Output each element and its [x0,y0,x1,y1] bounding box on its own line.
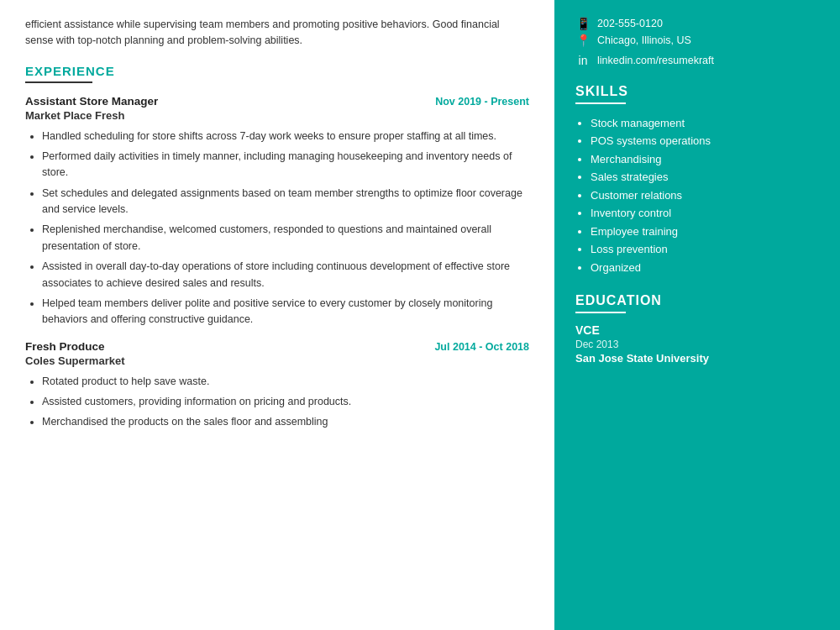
job-block-2: Fresh Produce Jul 2014 - Oct 2018 Coles … [25,340,529,431]
edu-school: San Jose State University [575,352,819,365]
linkedin-text: linkedin.com/resumekraft [597,55,714,66]
skill-4: Sales strategies [591,168,819,186]
skills-list: Stock management POS systems operations … [575,114,819,276]
location-icon: 📍 [575,34,591,47]
skills-divider [575,102,626,104]
experience-divider [25,81,92,83]
skill-5: Customer relations [591,186,819,204]
bullet-1-5: Assisted in overall day-to-day operation… [42,259,529,291]
contact-phone: 📱 202-555-0120 [575,17,819,30]
summary-text: efficient assistance while supervising t… [25,17,529,49]
skill-9: Organized [591,259,819,276]
bullet-1-3: Set schedules and delegated assignments … [42,186,529,218]
job-company-1: Market Place Fresh [25,109,529,122]
skill-6: Inventory control [591,204,819,222]
bullet-1-1: Handled scheduling for store shifts acro… [42,129,529,144]
education-section-title: EDUCATION [575,293,819,308]
bullet-2-2: Assisted customers, providing informatio… [42,394,529,410]
bullet-1-6: Helped team members deliver polite and p… [42,296,529,328]
skill-1: Stock management [591,114,819,132]
bullet-1-4: Replenished merchandise, welcomed custom… [42,222,529,255]
phone-icon: 📱 [575,17,591,30]
location-text: Chicago, Illinois, US [597,34,691,46]
experience-section-title: EXPERIENCE [25,64,529,78]
phone-text: 202-555-0120 [597,18,663,29]
job-title-2: Fresh Produce [25,340,105,353]
education-divider [575,312,626,313]
job-header-1: Assistant Store Manager Nov 2019 - Prese… [25,95,529,108]
left-panel: efficient assistance while supervising t… [0,0,554,630]
bullet-1-2: Performed daily activities in timely man… [42,149,529,181]
job-header-2: Fresh Produce Jul 2014 - Oct 2018 [25,340,529,353]
skill-2: POS systems operations [591,132,819,150]
job-block-1: Assistant Store Manager Nov 2019 - Prese… [25,95,529,328]
skills-section-title: SKILLS [575,84,819,99]
skill-3: Merchandising [591,150,819,168]
contact-location: 📍 Chicago, Illinois, US [575,34,819,47]
bullet-2-1: Rotated product to help save waste. [42,374,529,390]
edu-date: Dec 2013 [575,339,819,350]
job-bullets-2: Rotated product to help save waste. Assi… [25,374,529,431]
bullet-2-3: Merchandised the products on the sales f… [42,414,529,430]
edu-degree: VCE [575,323,819,337]
skill-8: Loss prevention [591,240,819,258]
right-panel: 📱 202-555-0120 📍 Chicago, Illinois, US i… [554,0,840,630]
skill-7: Employee training [591,223,819,240]
linkedin-icon: in [575,54,591,67]
job-title-1: Assistant Store Manager [25,95,158,108]
job-bullets-1: Handled scheduling for store shifts acro… [25,129,529,328]
job-company-2: Coles Supermarket [25,354,529,367]
contact-linkedin: in linkedin.com/resumekraft [575,54,819,67]
job-date-1: Nov 2019 - Present [435,96,529,108]
job-date-2: Jul 2014 - Oct 2018 [434,341,529,353]
